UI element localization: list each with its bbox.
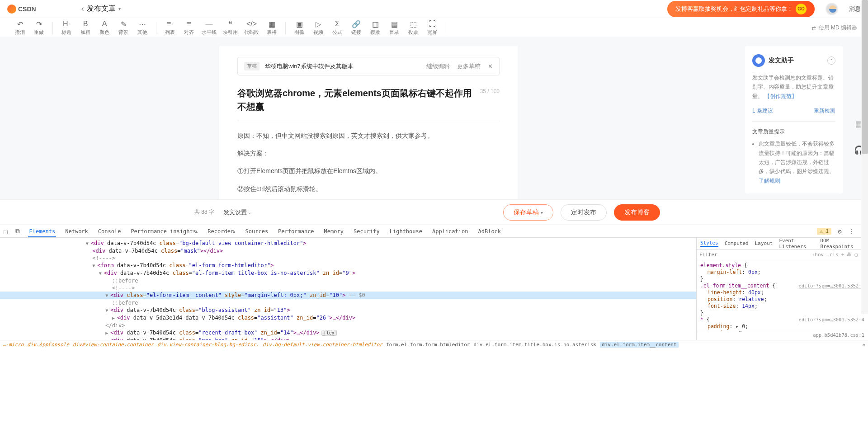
tree-node[interactable]: ▼<div data-v-7b40d54c class="el-form-ite… bbox=[0, 269, 696, 277]
tree-node[interactable]: ▼<div data-v-7b40d54c class="bg-default … bbox=[0, 240, 696, 247]
devtools-tab-lighthouse[interactable]: Lighthouse bbox=[389, 225, 423, 237]
paragraph[interactable]: 原因：不知，但中文网站没搜索到原因，英文才搜索到，供大家参考。 bbox=[237, 130, 500, 141]
tool-投票[interactable]: ⬚投票 bbox=[404, 18, 422, 38]
tree-node[interactable]: </div> bbox=[0, 322, 696, 329]
chevron-left-icon[interactable]: ‹ bbox=[81, 4, 84, 14]
schedule-button[interactable]: 定时发布 bbox=[561, 204, 607, 221]
breadcrumb-item[interactable]: div.view-container-blog.bg-editor. bbox=[157, 342, 259, 348]
devtools-tab-network[interactable]: Network bbox=[64, 225, 89, 237]
tool-对齐[interactable]: ≡对齐 bbox=[180, 18, 198, 38]
styles-tab-computed[interactable]: Computed bbox=[725, 240, 749, 246]
publish-button[interactable]: 发布博客 bbox=[614, 204, 660, 221]
more-drafts-link[interactable]: 更多草稿 bbox=[457, 62, 481, 71]
tree-node[interactable]: <div data-v-7b40d54c class="mask"></div> bbox=[0, 247, 696, 254]
devtools-tab-security[interactable]: Security bbox=[353, 225, 381, 237]
tool-加粗[interactable]: B加粗 bbox=[76, 18, 94, 38]
tool-公式[interactable]: Σ公式 bbox=[328, 18, 346, 38]
breadcrumb[interactable]: …-micro div.AppConsole div#view-containe… bbox=[0, 340, 868, 349]
scrollbar-thumb[interactable] bbox=[862, 0, 868, 154]
tree-node[interactable]: ▶<div data-v-5da3e1d4 data-v-7b40d54c cl… bbox=[0, 314, 696, 322]
devtools-tab-application[interactable]: Application bbox=[431, 225, 469, 237]
paragraph[interactable]: ①打开Elements页面并把鼠标放在Elemtns区域内。 bbox=[237, 165, 500, 177]
gear-icon[interactable]: ⚙ bbox=[838, 228, 841, 235]
tree-node[interactable]: ▼<div class="el-form-item__content" styl… bbox=[0, 292, 696, 299]
tree-node[interactable]: ::before bbox=[0, 277, 696, 284]
tool-链接[interactable]: 🔗链接 bbox=[347, 18, 365, 38]
cls-toggle[interactable]: .cls bbox=[826, 252, 839, 258]
use-md-editor-link[interactable]: ⇄使用 MD 编辑器 bbox=[811, 24, 857, 32]
styles-tab-styles[interactable]: Styles bbox=[700, 240, 718, 247]
device-toggle-icon[interactable]: ⧉ bbox=[15, 227, 20, 235]
devtools-tab-memory[interactable]: Memory bbox=[323, 225, 344, 237]
messages-link[interactable]: 消息 bbox=[849, 5, 861, 13]
tool-其他[interactable]: ⋯其他 bbox=[133, 18, 151, 38]
tree-node[interactable]: ▼<form data-v-7b40d54c class="el-form fo… bbox=[0, 262, 696, 269]
guidelines-link[interactable]: 【创作规范】 bbox=[764, 93, 797, 99]
breadcrumb-overflow-icon[interactable]: » bbox=[862, 342, 865, 348]
breadcrumb-item[interactable]: div#view-containe.container bbox=[73, 342, 154, 348]
tree-node[interactable]: ▶<div data-v-7b40d54c class="pos-box" zn… bbox=[0, 337, 696, 340]
recheck-link[interactable]: 重新检测 bbox=[814, 107, 835, 115]
breadcrumb-item[interactable]: div.bg-default.view.container-htmleditor bbox=[263, 342, 382, 348]
page-title[interactable]: ‹ 发布文章 ▾ bbox=[81, 4, 121, 14]
close-draft-icon[interactable]: ✕ bbox=[488, 63, 493, 70]
devtools-tab-adblock[interactable]: AdBlock bbox=[477, 225, 502, 237]
styles-body[interactable]: element.style { margin-left: 0px; } edit… bbox=[697, 260, 868, 332]
tree-node[interactable]: <!----> bbox=[0, 254, 696, 262]
css-footer-link[interactable]: app.b5d42b78.css:1 bbox=[697, 332, 868, 340]
styles-print-icon[interactable]: 🖶 bbox=[847, 252, 852, 258]
avatar[interactable] bbox=[826, 3, 838, 15]
devtools-tab-performance-insights[interactable]: Performance insights ▲ bbox=[130, 225, 198, 237]
devtools-tab-sources[interactable]: Sources bbox=[245, 225, 269, 237]
tool-标题[interactable]: H·标题 bbox=[57, 18, 75, 38]
tool-块引用[interactable]: ❝块引用 bbox=[220, 18, 241, 38]
suggestion-count[interactable]: 1 条建议 bbox=[752, 107, 773, 115]
hov-toggle[interactable]: :hov bbox=[812, 252, 824, 258]
inspect-icon[interactable]: ⬚ bbox=[4, 228, 7, 235]
collapse-icon[interactable]: ⌃ bbox=[827, 57, 835, 65]
tool-模版[interactable]: ▥模版 bbox=[366, 18, 384, 38]
scrollbar-vertical[interactable] bbox=[861, 0, 868, 314]
tool-水平线[interactable]: —水平线 bbox=[199, 18, 219, 38]
tool-视频[interactable]: ▷视频 bbox=[309, 18, 327, 38]
elements-tree[interactable]: ▼<div data-v-7b40d54c class="bg-default … bbox=[0, 238, 696, 340]
continue-edit-link[interactable]: 继续编辑 bbox=[426, 62, 450, 71]
styles-filter-input[interactable] bbox=[699, 252, 809, 258]
tool-背景[interactable]: ✎背景 bbox=[114, 18, 132, 38]
styles-tab-event-listeners[interactable]: Event Listeners bbox=[779, 238, 814, 250]
tool-重做[interactable]: ↷重做 bbox=[30, 18, 48, 38]
article-title-input[interactable]: 谷歌浏览器chrome，元素elements页面鼠标右键不起作用不想赢 bbox=[237, 86, 476, 113]
tool-目录[interactable]: ▤目录 bbox=[385, 18, 403, 38]
paragraph[interactable]: 解决方案： bbox=[237, 148, 500, 159]
styles-tab-layout[interactable]: Layout bbox=[755, 240, 773, 246]
tool-列表[interactable]: ≡·列表 bbox=[161, 18, 179, 38]
post-settings-link[interactable]: 发文设置⌄ bbox=[223, 208, 251, 217]
breadcrumb-item[interactable]: div.el-form-item__content bbox=[600, 342, 679, 348]
tool-宽屏[interactable]: ⛶宽屏 bbox=[423, 18, 441, 38]
paragraph[interactable]: ②按住ctrl然后滚动鼠标滑轮。 bbox=[237, 184, 500, 195]
tool-代码段[interactable]: </>代码段 bbox=[241, 18, 262, 38]
tree-node[interactable]: ▼<div data-v-7b40d54c class="blog-assist… bbox=[0, 306, 696, 314]
css-source-link[interactable]: editor?spm=…3001.5352:4 bbox=[799, 283, 864, 289]
save-draft-button[interactable]: 保存草稿 ▾ bbox=[503, 204, 553, 221]
rules-link[interactable]: 了解规则 bbox=[759, 178, 780, 184]
tool-图像[interactable]: ▣图像 bbox=[290, 18, 308, 38]
css-source-link[interactable]: editor?spm=…3001.5352:4 bbox=[799, 316, 864, 323]
styles-tab-dom-breakpoints[interactable]: DOM Breakpoints bbox=[820, 238, 855, 250]
devtools-tab-performance[interactable]: Performance bbox=[277, 225, 315, 237]
tool-撤消[interactable]: ↶撤消 bbox=[11, 18, 29, 38]
breadcrumb-item[interactable]: form.el-form.form-htmleditor bbox=[386, 342, 470, 348]
logo[interactable]: CSDN bbox=[7, 5, 36, 14]
devtools-tab-console[interactable]: Console bbox=[97, 225, 122, 237]
more-icon[interactable]: ⋮ bbox=[848, 228, 854, 235]
article-body[interactable]: 原因：不知，但中文网站没搜索到原因，英文才搜索到，供大家参考。 解决方案： ①打… bbox=[237, 121, 500, 199]
devtools-tab-recorder[interactable]: Recorder ▲ bbox=[207, 225, 236, 237]
tree-node[interactable]: ▶<div data-v-7b40d54c class="recent-draf… bbox=[0, 329, 696, 337]
styles-computed-icon[interactable]: ▢ bbox=[854, 252, 858, 258]
new-rule-icon[interactable]: + bbox=[841, 252, 844, 258]
caret-down-icon[interactable]: ▾ bbox=[118, 6, 121, 11]
devtools-tab-elements[interactable]: Elements bbox=[28, 225, 56, 237]
breadcrumb-item[interactable]: div.AppConsole bbox=[27, 342, 69, 348]
breadcrumb-item[interactable]: div.el-form-item.title-box.is-no-asteris… bbox=[473, 342, 596, 348]
warnings-badge[interactable]: ⚠ 1 bbox=[817, 228, 831, 235]
